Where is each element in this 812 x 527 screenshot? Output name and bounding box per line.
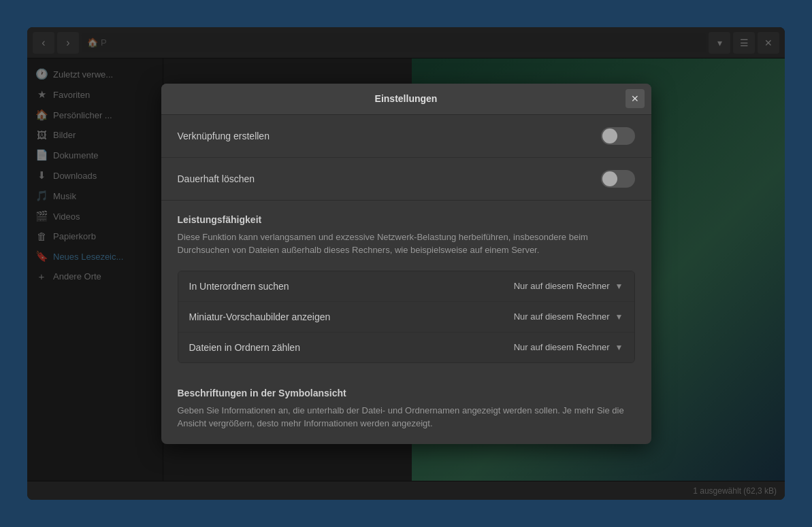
dropdown-arrow-thumbnails: ▼ <box>615 312 623 322</box>
dropdown-value-search-subfolders: Nur auf diesem Rechner <box>514 281 610 291</box>
dropdown-row-thumbnails: Miniatur-Vorschaubilder anzeigen Nur auf… <box>178 302 634 333</box>
performance-section-header: Leistungsfähigkeit Diese Funktion kann v… <box>161 201 651 271</box>
dropdown-label-count-files: Dateien in Ordnern zählen <box>189 342 300 353</box>
dialog-content: Verknüpfung erstellen Dauerhaft löschen … <box>161 115 651 444</box>
icon-labels-description: Geben Sie Informationen an, die unterhal… <box>178 404 635 430</box>
modal-overlay: Einstellungen ✕ Verknüpfung erstellen Da… <box>0 0 812 527</box>
dropdown-label-thumbnails: Miniatur-Vorschaubilder anzeigen <box>189 311 331 322</box>
dialog-titlebar: Einstellungen ✕ <box>161 84 651 115</box>
dropdown-row-count-files: Dateien in Ordnern zählen Nur auf diesem… <box>178 333 634 362</box>
dropdown-arrow-count-files: ▼ <box>615 343 623 352</box>
toggle-knob-delete <box>602 171 617 186</box>
toggle-knob-shortcut <box>602 129 617 143</box>
dialog-close-button[interactable]: ✕ <box>626 89 645 108</box>
settings-dialog: Einstellungen ✕ Verknüpfung erstellen Da… <box>161 84 651 444</box>
dropdown-label-search-subfolders: In Unterordnern suchen <box>189 281 289 292</box>
dropdown-value-thumbnails: Nur auf diesem Rechner <box>514 311 610 322</box>
dropdown-select-count-files[interactable]: Nur auf diesem Rechner ▼ <box>514 342 623 352</box>
toggle-switch-delete[interactable] <box>601 170 635 188</box>
dialog-title: Einstellungen <box>375 93 438 104</box>
dropdown-select-search-subfolders[interactable]: Nur auf diesem Rechner ▼ <box>514 281 623 291</box>
performance-title: Leistungsfähigkeit <box>178 214 635 225</box>
toggle-section: Verknüpfung erstellen Dauerhaft löschen <box>161 115 651 201</box>
toggle-switch-shortcut[interactable] <box>601 127 635 145</box>
dropdown-arrow-search-subfolders: ▼ <box>615 282 623 291</box>
icon-labels-title: Beschriftungen in der Symbolansicht <box>178 388 635 398</box>
toggle-label-shortcut: Verknüpfung erstellen <box>178 131 270 141</box>
toggle-row-shortcut: Verknüpfung erstellen <box>161 115 651 158</box>
toggle-row-delete: Dauerhaft löschen <box>161 158 651 200</box>
toggle-label-delete: Dauerhaft löschen <box>178 173 255 184</box>
dropdown-select-thumbnails[interactable]: Nur auf diesem Rechner ▼ <box>514 311 623 322</box>
dropdown-row-search-subfolders: In Unterordnern suchen Nur auf diesem Re… <box>178 271 634 302</box>
performance-description: Diese Funktion kann verlangsamen und exz… <box>178 231 635 257</box>
performance-dropdowns: In Unterordnern suchen Nur auf diesem Re… <box>178 271 635 363</box>
icon-labels-section: Beschriftungen in der Symbolansicht Gebe… <box>161 374 651 444</box>
dropdown-value-count-files: Nur auf diesem Rechner <box>514 342 610 352</box>
